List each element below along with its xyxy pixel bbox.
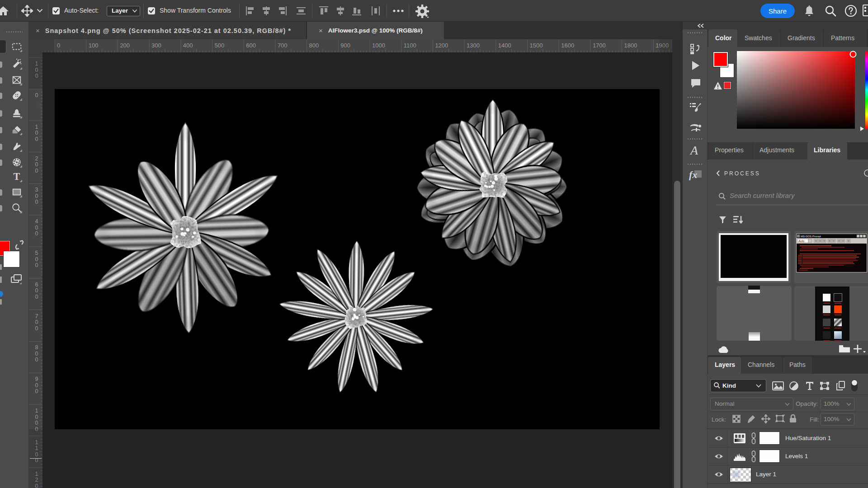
svg-text:5: 5 bbox=[35, 250, 38, 256]
svg-text:0: 0 bbox=[35, 319, 38, 325]
svg-text:3: 3 bbox=[35, 187, 38, 193]
svg-text:1000: 1000 bbox=[372, 42, 385, 49]
svg-text:500: 500 bbox=[215, 42, 225, 49]
svg-text:0: 0 bbox=[35, 230, 38, 237]
svg-text:8: 8 bbox=[35, 344, 38, 351]
svg-text:0: 0 bbox=[35, 420, 38, 426]
svg-text:900: 900 bbox=[340, 42, 350, 49]
svg-text:1200: 1200 bbox=[435, 42, 448, 49]
svg-text:1400: 1400 bbox=[498, 42, 511, 49]
svg-text:0: 0 bbox=[35, 199, 38, 205]
svg-text:0: 0 bbox=[35, 130, 38, 136]
svg-text:1: 1 bbox=[35, 408, 38, 414]
svg-text:0: 0 bbox=[35, 168, 38, 174]
svg-text:7: 7 bbox=[35, 313, 38, 319]
svg-text:400: 400 bbox=[183, 42, 193, 49]
svg-text:800: 800 bbox=[309, 42, 319, 49]
svg-text:1800: 1800 bbox=[624, 42, 637, 49]
svg-text:0: 0 bbox=[35, 414, 38, 420]
svg-text:0: 0 bbox=[35, 357, 38, 363]
svg-text:1600: 1600 bbox=[561, 42, 574, 49]
svg-text:0: 0 bbox=[35, 161, 38, 168]
svg-text:300: 300 bbox=[151, 42, 161, 49]
svg-text:MS-DOS Prompt: MS-DOS Prompt bbox=[801, 235, 821, 238]
svg-text:0: 0 bbox=[35, 351, 38, 357]
svg-text:1100: 1100 bbox=[404, 42, 416, 49]
svg-text:6: 6 bbox=[35, 282, 38, 288]
svg-text:100: 100 bbox=[89, 42, 99, 49]
svg-text:0: 0 bbox=[35, 256, 38, 263]
svg-text:0: 0 bbox=[35, 92, 38, 99]
svg-text:0: 0 bbox=[35, 388, 38, 394]
svg-text:1300: 1300 bbox=[467, 42, 480, 49]
svg-text:1: 1 bbox=[35, 124, 38, 130]
svg-text:0: 0 bbox=[35, 294, 38, 300]
svg-text:Auto: Auto bbox=[798, 239, 805, 243]
svg-text:0: 0 bbox=[35, 136, 38, 142]
svg-text:0: 0 bbox=[35, 225, 38, 231]
svg-text:T: T bbox=[14, 171, 20, 182]
svg-text:1700: 1700 bbox=[593, 42, 606, 49]
svg-text:0: 0 bbox=[35, 193, 38, 199]
svg-text:0: 0 bbox=[57, 42, 60, 49]
svg-text:9: 9 bbox=[35, 376, 38, 382]
svg-text:700: 700 bbox=[278, 42, 288, 49]
svg-text:600: 600 bbox=[246, 42, 256, 49]
svg-text:0: 0 bbox=[35, 262, 38, 268]
svg-text:1500: 1500 bbox=[530, 42, 543, 49]
svg-text:2: 2 bbox=[35, 155, 38, 162]
svg-text:0: 0 bbox=[35, 287, 38, 294]
svg-text:4: 4 bbox=[35, 218, 38, 225]
svg-text:0: 0 bbox=[35, 382, 38, 389]
svg-text:200: 200 bbox=[120, 42, 130, 49]
svg-text:0: 0 bbox=[35, 325, 38, 332]
